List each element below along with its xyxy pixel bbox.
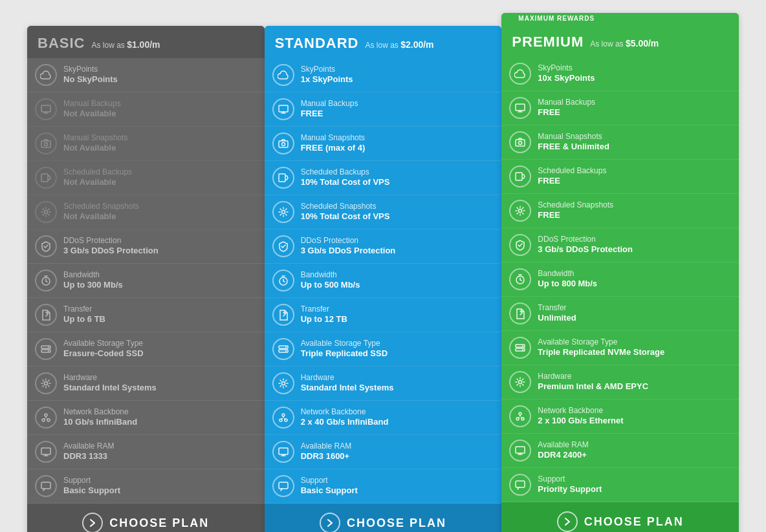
svg-point-40 xyxy=(522,345,523,346)
feature-icon-10 xyxy=(35,407,57,429)
feature-icon-0 xyxy=(35,64,57,86)
svg-rect-32 xyxy=(516,104,525,111)
feature-item-basic-1: Manual Backups Not Available xyxy=(27,92,265,127)
feature-value-3: FREE xyxy=(538,176,606,187)
feature-label-4: Scheduled Snapshots xyxy=(63,202,139,212)
feature-item-standard-10: Network Backbone 2 x 40 Gb/s InfiniBand xyxy=(265,401,502,435)
feature-item-standard-2: Manual Snapshots FREE (max of 4) xyxy=(265,127,502,161)
choose-plan-btn-basic[interactable]: CHOOSE PLAN xyxy=(27,504,265,532)
svg-point-36 xyxy=(519,209,522,213)
feature-text-9: Hardware Standard Intel Systems xyxy=(63,373,157,394)
feature-value-8: Triple Replicated SSD xyxy=(301,348,388,359)
feature-item-premium-8: Available Storage Type Triple Replicated… xyxy=(501,331,739,365)
feature-label-2: Manual Snapshots xyxy=(538,132,609,142)
feature-label-11: Available RAM xyxy=(301,442,351,452)
feature-value-6: Up to 800 Mb/s xyxy=(538,279,597,290)
feature-value-1: FREE xyxy=(301,109,358,120)
feature-label-9: Hardware xyxy=(301,373,394,383)
feature-value-9: Premium Intel & AMD EPYC xyxy=(538,381,648,392)
svg-rect-16 xyxy=(279,105,288,112)
plan-price-premium: $5.00/m xyxy=(626,38,659,48)
feature-label-4: Scheduled Snapshots xyxy=(301,202,390,212)
feature-item-standard-12: Support Basic Support xyxy=(265,469,502,504)
plan-price-basic: $1.00/m xyxy=(127,39,160,50)
plan-card-basic: BASIC As low as $1.00/m SkyPoints No Sky… xyxy=(27,26,265,532)
feature-text-1: Manual Backups Not Available xyxy=(63,99,121,120)
feature-label-3: Scheduled Backups xyxy=(63,167,132,178)
feature-value-7: Up to 12 TB xyxy=(301,314,347,325)
feature-value-1: FREE xyxy=(538,107,595,118)
feature-text-10: Network Backbone 10 Gb/s InfiniBand xyxy=(63,407,137,428)
feature-value-12: Basic Support xyxy=(301,485,358,496)
feature-value-11: DDR3 1600+ xyxy=(301,451,351,462)
feature-icon-9 xyxy=(272,372,294,394)
feature-label-12: Support xyxy=(538,474,602,485)
feature-label-1: Manual Backups xyxy=(538,98,595,108)
feature-item-standard-0: SkyPoints 1x SkyPoints xyxy=(265,58,502,92)
feature-item-premium-3: Scheduled Backups FREE xyxy=(501,160,739,194)
feature-icon-1 xyxy=(272,98,294,120)
feature-label-3: Scheduled Backups xyxy=(538,166,606,176)
feature-text-3: Scheduled Backups FREE xyxy=(538,166,606,187)
feature-icon-12 xyxy=(509,474,531,496)
feature-icon-8 xyxy=(35,338,57,360)
feature-value-5: 3 Gb/s DDoS Protection xyxy=(63,246,159,257)
feature-label-11: Available RAM xyxy=(63,442,114,452)
choose-btn-circle-standard xyxy=(320,513,340,532)
feature-label-8: Available Storage Type xyxy=(301,339,388,349)
plan-header-basic: BASIC As low as $1.00/m xyxy=(27,26,265,58)
feature-label-2: Manual Snapshots xyxy=(63,133,127,144)
feature-text-3: Scheduled Backups 10% Total Cost of VPS xyxy=(301,167,390,188)
feature-icon-7 xyxy=(509,303,531,325)
feature-item-premium-0: SkyPoints 10x SkyPoints xyxy=(501,57,739,91)
feature-label-6: Bandwidth xyxy=(63,270,123,281)
feature-value-10: 10 Gb/s InfiniBand xyxy=(63,417,137,428)
feature-value-9: Standard Intel Systems xyxy=(63,383,157,394)
choose-btn-circle-premium xyxy=(557,511,578,532)
feature-icon-11 xyxy=(509,440,531,462)
feature-text-9: Hardware Premium Intel & AMD EPYC xyxy=(538,372,648,392)
feature-label-8: Available Storage Type xyxy=(63,339,144,349)
feature-label-0: SkyPoints xyxy=(301,65,353,75)
feature-icon-5 xyxy=(35,235,57,257)
feature-item-premium-9: Hardware Premium Intel & AMD EPYC xyxy=(501,365,739,399)
feature-label-1: Manual Backups xyxy=(63,99,121,109)
feature-text-1: Manual Backups FREE xyxy=(301,99,358,120)
feature-icon-6 xyxy=(35,270,57,292)
feature-item-standard-3: Scheduled Backups 10% Total Cost of VPS xyxy=(265,161,502,195)
feature-value-0: 1x SkyPoints xyxy=(301,74,353,85)
feature-icon-6 xyxy=(509,268,531,290)
feature-text-9: Hardware Standard Intel Systems xyxy=(301,373,394,394)
feature-value-8: Erasure-Coded SSD xyxy=(63,348,144,359)
feature-icon-3 xyxy=(272,167,294,189)
feature-text-4: Scheduled Snapshots 10% Total Cost of VP… xyxy=(301,202,390,222)
features-list-basic: SkyPoints No SkyPoints Manual Backups No… xyxy=(27,58,265,504)
feature-icon-7 xyxy=(35,304,57,326)
svg-point-26 xyxy=(281,382,285,385)
svg-point-8 xyxy=(48,346,49,348)
feature-label-7: Transfer xyxy=(63,304,105,315)
feature-text-12: Support Basic Support xyxy=(301,476,358,496)
feature-item-basic-10: Network Backbone 10 Gb/s InfiniBand xyxy=(27,401,265,435)
feature-item-basic-4: Scheduled Snapshots Not Available xyxy=(27,195,265,229)
feature-text-2: Manual Snapshots FREE (max of 4) xyxy=(301,133,366,154)
svg-rect-33 xyxy=(516,140,525,146)
feature-value-5: 3 Gb/s DDoS Protection xyxy=(301,246,396,257)
choose-plan-btn-premium[interactable]: CHOOSE PLAN xyxy=(501,502,739,532)
feature-value-12: Basic Support xyxy=(63,485,120,496)
feature-icon-7 xyxy=(272,304,294,326)
feature-icon-9 xyxy=(35,372,57,394)
feature-icon-8 xyxy=(509,337,531,359)
feature-value-2: Not Available xyxy=(63,143,127,154)
choose-plan-btn-standard[interactable]: CHOOSE PLAN xyxy=(265,504,502,532)
feature-label-10: Network Backbone xyxy=(63,407,137,418)
feature-item-premium-10: Network Backbone 2 x 100 Gb/s Ethernet xyxy=(501,399,739,434)
feature-label-12: Support xyxy=(63,476,120,486)
plan-name-standard: STANDARD xyxy=(275,35,359,52)
feature-icon-2 xyxy=(509,131,531,153)
feature-value-12: Priority Support xyxy=(538,484,602,495)
feature-label-9: Hardware xyxy=(538,372,648,382)
feature-text-5: DDoS Protection 3 Gb/s DDoS Protection xyxy=(538,235,633,255)
svg-point-2 xyxy=(45,143,48,146)
feature-item-premium-11: Available RAM DDR4 2400+ xyxy=(501,434,739,468)
